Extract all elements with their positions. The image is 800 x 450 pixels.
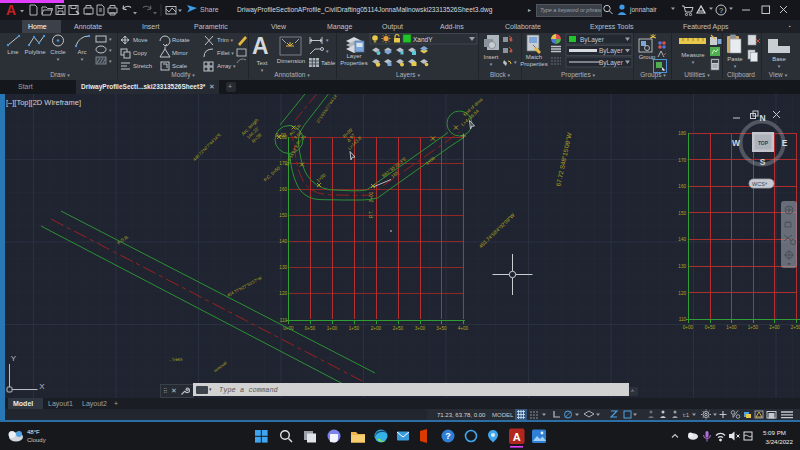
svg-text:140: 140: [678, 237, 686, 242]
svg-text:130: 130: [279, 265, 287, 270]
svg-text:0+00: 0+00: [276, 133, 287, 138]
svg-text:1+50: 1+50: [349, 326, 360, 331]
svg-text:3+50: 3+50: [436, 326, 447, 331]
svg-text:1+50: 1+50: [748, 325, 759, 330]
svg-text:3+00: 3+00: [415, 326, 426, 331]
svg-text:150: 150: [279, 213, 287, 218]
svg-text:1+00: 1+00: [315, 172, 326, 183]
svg-text:110: 110: [679, 317, 687, 322]
svg-text:453.74'S84°02'09"W: 453.74'S84°02'09"W: [477, 212, 515, 249]
svg-text:A: A: [6, 2, 16, 18]
svg-text:2+00: 2+00: [369, 191, 374, 202]
svg-text:t:1: t:1: [683, 412, 689, 418]
svg-text:160: 160: [678, 184, 686, 189]
svg-text:4+00: 4+00: [458, 326, 469, 331]
svg-text:0+50: 0+50: [305, 326, 316, 331]
svg-text:P.T.: P.T.: [369, 210, 374, 217]
svg-text:1+00: 1+00: [726, 325, 737, 330]
svg-text:3+00: 3+00: [424, 155, 436, 166]
svg-text:150: 150: [678, 211, 686, 216]
svg-text:160: 160: [279, 187, 287, 192]
svg-text:120: 120: [279, 291, 287, 296]
svg-text:?: ?: [719, 6, 723, 15]
svg-text:N: N: [759, 113, 765, 123]
svg-text:140: 140: [279, 239, 287, 244]
svg-text:X: X: [39, 382, 45, 391]
svg-text:Cloudy: Cloudy: [27, 437, 46, 443]
svg-text:5:09 PM: 5:09 PM: [763, 429, 786, 436]
svg-text:180: 180: [678, 131, 686, 136]
svg-text:Y: Y: [11, 354, 17, 363]
svg-text:3/24/2022: 3/24/2022: [765, 438, 793, 445]
svg-text:445.72'N77°44'14"E: 445.72'N77°44'14"E: [192, 132, 222, 162]
svg-text:?: ?: [445, 431, 451, 441]
svg-text:1+00: 1+00: [327, 326, 338, 331]
svg-text:P.C. 0+50: P.C. 0+50: [263, 165, 282, 182]
svg-text:130: 130: [678, 264, 686, 269]
svg-text:TOP: TOP: [758, 140, 769, 146]
svg-text:- Trees: - Trees: [169, 356, 183, 363]
svg-text:E: E: [782, 138, 788, 148]
svg-text:0+50: 0+50: [705, 325, 716, 330]
svg-text:120: 120: [678, 291, 686, 296]
svg-text:WCS: WCS: [752, 181, 765, 187]
svg-text:2+50: 2+50: [393, 326, 404, 331]
svg-text:S: S: [760, 157, 766, 167]
svg-text:2+00: 2+00: [769, 325, 780, 330]
svg-text:2+00: 2+00: [371, 326, 382, 331]
svg-text:110: 110: [280, 318, 288, 323]
svg-text:170: 170: [678, 158, 686, 163]
svg-text:0+00: 0+00: [683, 325, 694, 330]
svg-text:2+50: 2+50: [791, 325, 800, 330]
svg-text:W: W: [732, 138, 741, 148]
svg-text:A: A: [513, 431, 521, 443]
svg-text:48°F: 48°F: [27, 429, 40, 435]
svg-text:P.O.B.: P.O.B.: [116, 234, 129, 246]
svg-text:[–][Top][2D Wireframe]: [–][Top][2D Wireframe]: [6, 98, 81, 107]
svg-text:273.65'N77°44'14"E: 273.65'N77°44'14"E: [315, 94, 340, 124]
